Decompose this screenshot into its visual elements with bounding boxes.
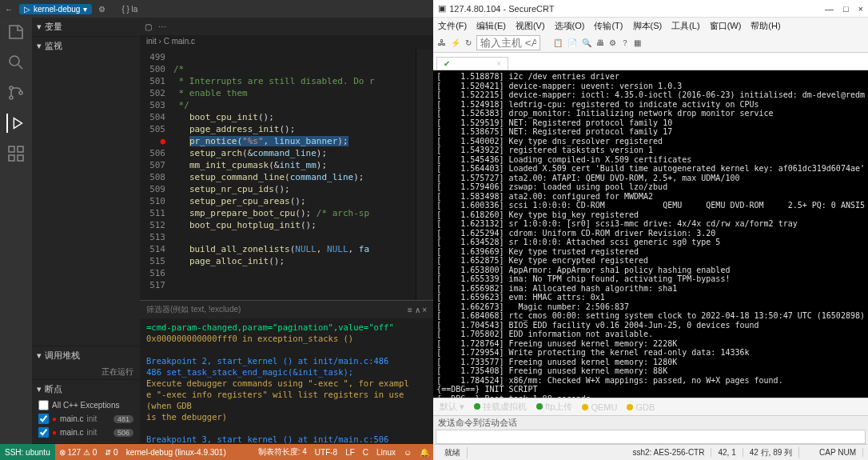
filter-input[interactable]: 筛选器(例如 text, !exclude) bbox=[146, 304, 241, 315]
ready-label: 就绪 bbox=[438, 447, 468, 458]
caps-num: CAP NUM bbox=[813, 448, 863, 457]
host-input[interactable] bbox=[476, 35, 540, 50]
debug-target[interactable]: kernel-debug (linux-4.9.301) bbox=[122, 448, 230, 457]
menu-item[interactable]: 视图(V) bbox=[516, 20, 545, 32]
menu-item[interactable]: 编辑(E) bbox=[476, 20, 506, 32]
bp-checkbox[interactable] bbox=[38, 400, 49, 410]
session-tab[interactable]: ✔ × bbox=[436, 57, 508, 70]
vscode-topbar: ← ▷ kernel-debug ▾ ⚙ { } la bbox=[0, 0, 433, 18]
code-editor[interactable]: 499500501502503504505● 50650750850951051… bbox=[140, 50, 433, 300]
tab-hint: { } la bbox=[121, 5, 137, 14]
debug-config-dropdown[interactable]: ▷ kernel-debug ▾ bbox=[19, 4, 92, 14]
variables-section[interactable]: ▾变量 bbox=[32, 18, 140, 36]
find-icon[interactable]: 🔍 bbox=[582, 38, 591, 47]
menu-item[interactable]: 工具(L) bbox=[671, 20, 699, 32]
svg-rect-7 bbox=[18, 155, 23, 161]
more-icon[interactable]: ⋯ bbox=[158, 22, 166, 31]
btnbar-item[interactable]: ftp上传 bbox=[536, 401, 572, 413]
chevron-down-icon: ▾ bbox=[37, 41, 42, 51]
svg-point-0 bbox=[10, 56, 19, 66]
settings-icon[interactable]: ≡ bbox=[408, 306, 412, 314]
options-icon[interactable]: ⚙ bbox=[609, 38, 616, 47]
feedback-icon[interactable]: ☺ bbox=[400, 448, 416, 457]
menu-item[interactable]: 窗口(W) bbox=[710, 20, 742, 32]
bell-icon[interactable]: 🔔 bbox=[416, 448, 433, 457]
toolbar: 🖧 ⚡ ↻ 📋 📄 🔍 🖶 ⚙ ？ ▦ bbox=[433, 34, 868, 53]
bp-checkbox[interactable] bbox=[38, 427, 49, 438]
print-icon[interactable]: 🖶 bbox=[596, 38, 604, 47]
code-content[interactable]: /* * Interrupts are still disabled. Do r… bbox=[170, 50, 416, 300]
sessions-icon[interactable]: ▦ bbox=[634, 38, 641, 47]
close-icon[interactable]: × bbox=[422, 306, 427, 314]
copy-icon[interactable]: 📋 bbox=[553, 38, 563, 47]
terminal-output[interactable]: [ 1.518878] i2c /dev entries driver [ 1.… bbox=[433, 70, 868, 398]
encoding[interactable]: UTF-8 bbox=[311, 448, 341, 457]
securecrt-window: ▣ 127.4.80.104 - SecureCRT — □ × 文件(F)编辑… bbox=[433, 0, 868, 460]
os[interactable]: Linux bbox=[372, 448, 400, 457]
btnbar-item[interactable]: QEMU bbox=[582, 402, 617, 412]
callstack-section[interactable]: ▾调用堆栈 bbox=[32, 346, 140, 365]
debug-console-output[interactable]: =cmd-param-changed,param="pagination",va… bbox=[140, 318, 433, 444]
scm-icon[interactable] bbox=[6, 83, 26, 102]
svg-rect-5 bbox=[18, 146, 23, 152]
debug-sidebar: ▾变量 ▾监视 ▾调用堆栈正在运行 ▾断点 All C++ Exceptions… bbox=[32, 18, 140, 444]
watch-section[interactable]: ▾监视 bbox=[32, 37, 140, 55]
menu-item[interactable]: 传输(T) bbox=[594, 20, 623, 32]
menu-item[interactable]: 帮助(H) bbox=[751, 20, 780, 32]
connect-icon[interactable]: 🖧 bbox=[438, 38, 446, 47]
chevron-down-icon: ▾ bbox=[83, 5, 87, 14]
svg-point-3 bbox=[19, 91, 22, 94]
eol[interactable]: LF bbox=[341, 448, 359, 457]
vscode-window: ← ▷ kernel-debug ▾ ⚙ { } la ▾变量 ▾监视 ▾调用堆… bbox=[0, 0, 433, 460]
language-mode[interactable]: C bbox=[359, 448, 372, 457]
ports[interactable]: ⇵ 0 bbox=[101, 448, 121, 457]
activity-bar bbox=[0, 18, 32, 444]
explorer-icon[interactable] bbox=[6, 22, 26, 42]
svg-point-2 bbox=[10, 96, 13, 99]
callstack-status: 正在运行 bbox=[102, 366, 133, 378]
minimap[interactable] bbox=[416, 50, 433, 300]
bp-all-cpp[interactable]: All C++ Exceptions bbox=[32, 398, 140, 412]
breakpoints-section[interactable]: ▾断点 bbox=[32, 380, 140, 398]
debug-icon[interactable] bbox=[6, 114, 26, 133]
help-icon[interactable]: ？ bbox=[621, 38, 629, 49]
debug-config-name: kernel-debug bbox=[34, 5, 80, 14]
bp-item[interactable]: ●main.c init506 bbox=[32, 426, 140, 439]
tab-size[interactable]: 制表符长度: 4 bbox=[254, 446, 311, 458]
menu-item[interactable]: 文件(F) bbox=[438, 20, 467, 32]
breadcrumb[interactable]: init › C main.c bbox=[140, 35, 433, 50]
back-icon[interactable]: ← bbox=[5, 5, 13, 14]
search-icon[interactable] bbox=[6, 53, 26, 72]
svg-point-1 bbox=[10, 86, 13, 90]
split-icon[interactable]: ▢ bbox=[145, 22, 152, 31]
cursor-pos: 42, 1 bbox=[711, 448, 743, 457]
btnbar-item[interactable]: GDB bbox=[627, 402, 655, 412]
minimize-icon[interactable]: — bbox=[825, 4, 834, 14]
chevron-down-icon: ▾ bbox=[37, 384, 42, 394]
paste-icon[interactable]: 📄 bbox=[567, 38, 577, 47]
close-icon[interactable]: × bbox=[858, 4, 863, 14]
send-input[interactable] bbox=[436, 430, 866, 444]
connected-icon: ✔ bbox=[444, 59, 450, 68]
remote-indicator[interactable]: SSH: ubuntu bbox=[0, 444, 55, 460]
bp-checkbox[interactable] bbox=[38, 414, 49, 424]
quickconnect-icon[interactable]: ⚡ bbox=[451, 38, 460, 47]
extensions-icon[interactable] bbox=[6, 144, 26, 163]
gear-icon[interactable]: ⚙ bbox=[98, 5, 106, 14]
vscode-body: ▾变量 ▾监视 ▾调用堆栈正在运行 ▾断点 All C++ Exceptions… bbox=[0, 18, 433, 444]
reconnect-icon[interactable]: ↻ bbox=[465, 38, 472, 47]
btnbar-item[interactable]: 挂载虚拟机 bbox=[474, 401, 527, 413]
chevron-up-icon[interactable]: ∧ bbox=[415, 306, 420, 314]
term-size: 42 行, 89 列 bbox=[743, 447, 799, 458]
btnbar-default[interactable]: 默认 ▾ bbox=[440, 401, 464, 413]
editor-area: ▢ ⋯ init › C main.c 49950050150250350450… bbox=[140, 18, 433, 444]
tab-close-icon[interactable]: × bbox=[496, 59, 501, 68]
menubar: 文件(F)编辑(E)视图(V)选项(O)传输(T)脚本(S)工具(L)窗口(W)… bbox=[433, 18, 868, 34]
button-bar: 默认 ▾挂载虚拟机ftp上传QEMUGDB bbox=[433, 398, 868, 415]
bp-item[interactable]: ●main.c init481 bbox=[32, 412, 140, 426]
menu-item[interactable]: 选项(O) bbox=[555, 20, 585, 32]
statusbar: 就绪 ssh2: AES-256-CTR 42, 1 42 行, 89 列 CA… bbox=[433, 444, 868, 460]
problems-count[interactable]: ⊗ 127 ⚠ 0 bbox=[55, 448, 102, 457]
maximize-icon[interactable]: □ bbox=[843, 4, 849, 14]
menu-item[interactable]: 脚本(S) bbox=[633, 20, 663, 32]
